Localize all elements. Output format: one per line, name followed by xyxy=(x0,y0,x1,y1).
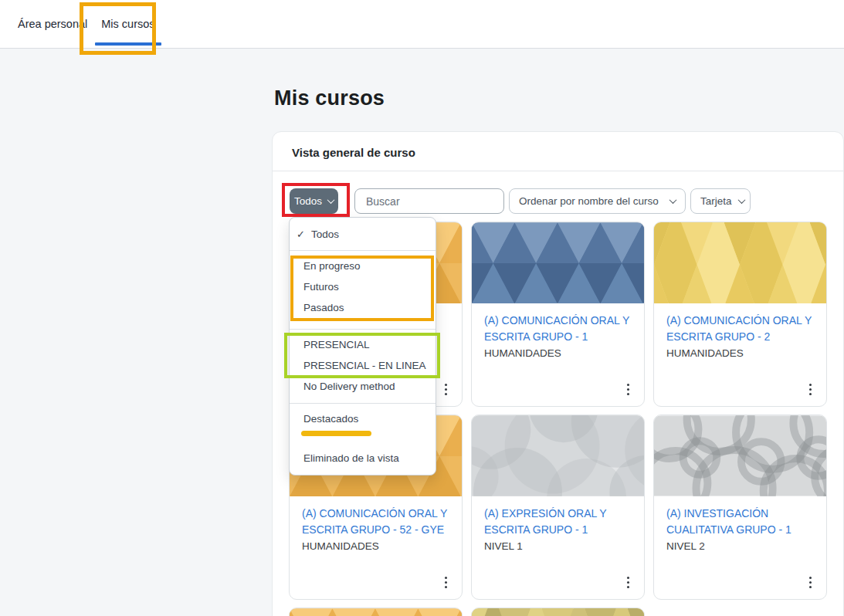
course-category: HUMANIDADES xyxy=(484,346,632,361)
course-image[interactable] xyxy=(472,608,644,616)
course-image[interactable] xyxy=(654,222,826,303)
menu-item-label: Todos xyxy=(311,224,339,245)
tab-mis-cursos[interactable]: Mis cursos xyxy=(94,2,161,46)
course-card: (A) INVESTIGACIÓN CUALITATIVA GRUPO - 1 … xyxy=(653,415,827,600)
course-card: (A) COMUNICACIÓN ORAL Y ESCRITA GRUPO - … xyxy=(471,222,645,407)
course-title-link[interactable]: (A) COMUNICACIÓN ORAL Y ESCRITA GRUPO - … xyxy=(666,313,814,345)
course-image[interactable] xyxy=(472,415,644,496)
course-category: NIVEL 1 xyxy=(484,539,632,554)
course-card xyxy=(289,608,463,616)
menu-divider xyxy=(290,403,436,404)
menu-item-futuros[interactable]: Futuros xyxy=(290,276,436,297)
menu-item-en-progreso[interactable]: En progreso xyxy=(290,256,436,276)
sort-select[interactable]: Ordenar por nombre del curso xyxy=(509,188,686,214)
course-category: HUMANIDADES xyxy=(302,539,449,554)
kebab-menu-icon[interactable] xyxy=(443,575,449,591)
panel-header: Vista general de curso xyxy=(273,132,843,171)
course-card: (A) EXPRESIÓN ORAL Y ESCRITA GRUPO - 1 N… xyxy=(471,415,645,600)
course-image[interactable] xyxy=(654,415,826,496)
course-card xyxy=(471,608,645,616)
menu-item-eliminado-de-la-vista[interactable]: Eliminado de la vista xyxy=(290,448,436,469)
sort-select-value: Ordenar por nombre del curso xyxy=(519,195,659,207)
course-title-link[interactable]: (A) EXPRESIÓN ORAL Y ESCRITA GRUPO - 1 xyxy=(484,506,632,538)
course-image[interactable] xyxy=(290,608,462,616)
display-select[interactable]: Tarjeta xyxy=(690,188,751,214)
course-category: HUMANIDADES xyxy=(666,346,814,361)
primary-tabs: Área personal Mis cursos xyxy=(0,0,844,48)
course-title-link[interactable]: (A) COMUNICACIÓN ORAL Y ESCRITA GRUPO - … xyxy=(484,313,632,345)
menu-item-presencial[interactable]: PRESENCIAL xyxy=(290,334,436,355)
page-title: Mis cursos xyxy=(274,86,385,110)
course-category: NIVEL 2 xyxy=(666,539,814,554)
kebab-menu-icon[interactable] xyxy=(808,382,814,398)
chevron-down-icon xyxy=(669,196,677,204)
kebab-menu-icon[interactable] xyxy=(625,382,632,398)
menu-item-destacados[interactable]: Destacados xyxy=(290,408,436,429)
kebab-menu-icon[interactable] xyxy=(808,575,814,591)
search-input[interactable] xyxy=(354,188,504,214)
display-select-value: Tarjeta xyxy=(700,195,732,207)
course-filter-button[interactable]: Todos xyxy=(290,188,338,214)
menu-item-todos[interactable]: ✓ Todos xyxy=(290,224,436,245)
menu-divider xyxy=(290,250,436,251)
menu-item-presencial-en-linea[interactable]: PRESENCIAL - EN LINEA xyxy=(290,355,436,376)
menu-item-pasados[interactable]: Pasados xyxy=(290,297,436,318)
filter-row: Todos Ordenar por nombre del curso Tarje… xyxy=(273,188,843,214)
course-image[interactable] xyxy=(472,222,644,303)
chevron-down-icon xyxy=(737,196,745,204)
tab-area-personal[interactable]: Área personal xyxy=(11,2,94,46)
course-title-link[interactable]: (A) INVESTIGACIÓN CUALITATIVA GRUPO - 1 xyxy=(666,506,814,538)
chevron-down-icon xyxy=(327,196,335,204)
filter-button-label: Todos xyxy=(294,195,322,207)
top-navigation-bar: Área personal Mis cursos xyxy=(0,0,844,49)
course-title-link[interactable]: (A) COMUNICACIÓN ORAL Y ESCRITA GRUPO - … xyxy=(302,506,449,538)
kebab-menu-icon[interactable] xyxy=(443,382,449,398)
check-icon: ✓ xyxy=(297,224,305,245)
filter-dropdown-menu: ✓ Todos En progreso Futuros Pasados PRES… xyxy=(289,217,436,476)
menu-item-no-delivery-method[interactable]: No Delivery method xyxy=(290,376,436,397)
course-card: (A) COMUNICACIÓN ORAL Y ESCRITA GRUPO - … xyxy=(653,222,827,407)
kebab-menu-icon[interactable] xyxy=(625,575,632,591)
menu-divider xyxy=(290,329,436,330)
